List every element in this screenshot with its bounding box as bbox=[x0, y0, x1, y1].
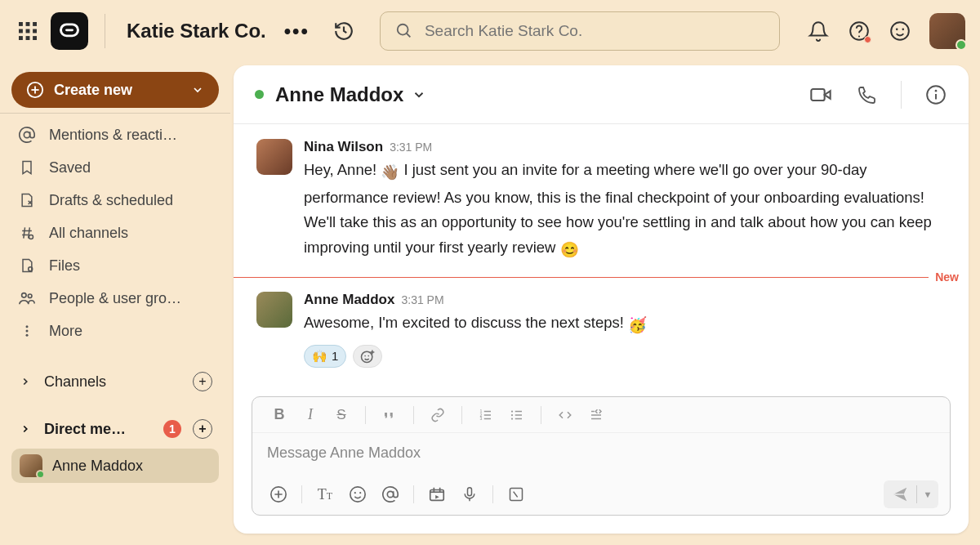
link-button[interactable] bbox=[424, 403, 452, 427]
codeblock-button[interactable] bbox=[582, 403, 610, 427]
divider bbox=[901, 81, 902, 109]
workspace-menu-icon[interactable]: ••• bbox=[284, 20, 310, 42]
dm-unread-badge: 1 bbox=[163, 420, 181, 438]
mention-button[interactable] bbox=[376, 480, 405, 508]
new-messages-divider: New bbox=[234, 270, 969, 284]
more-vertical-icon bbox=[18, 322, 36, 340]
video-clip-button[interactable] bbox=[422, 480, 452, 508]
search-bar[interactable] bbox=[380, 11, 780, 51]
svg-rect-70 bbox=[468, 488, 472, 496]
svg-rect-65 bbox=[430, 490, 444, 501]
info-button[interactable] bbox=[924, 83, 947, 106]
message: Anne Maddox 3:31 PM Awesome, I'm excited… bbox=[234, 288, 969, 374]
divider bbox=[0, 113, 230, 114]
message-avatar[interactable] bbox=[256, 139, 292, 175]
video-call-button[interactable] bbox=[809, 83, 832, 106]
message: Nina Wilson 3:31 PM Hey, Anne! 👋🏽 I just… bbox=[234, 136, 969, 269]
message-avatar[interactable] bbox=[256, 292, 292, 328]
sidebar-item-mentions[interactable]: Mentions & reacti… bbox=[11, 118, 219, 151]
help-icon[interactable] bbox=[848, 20, 871, 42]
sidebar-item-people[interactable]: People & user gro… bbox=[11, 282, 219, 315]
svg-point-64 bbox=[387, 491, 393, 497]
sidebar-label: Saved bbox=[49, 159, 91, 176]
add-channel-button[interactable]: + bbox=[193, 372, 212, 391]
plus-circle-icon bbox=[26, 81, 44, 99]
svg-point-37 bbox=[935, 89, 938, 92]
sidebar-item-more[interactable]: More bbox=[11, 315, 219, 347]
search-input[interactable] bbox=[425, 22, 764, 40]
message-author[interactable]: Anne Maddox bbox=[304, 292, 394, 308]
bookmark-icon bbox=[18, 159, 36, 176]
dm-item-anne-maddox[interactable]: Anne Maddox bbox=[11, 449, 219, 483]
sidebar-item-drafts[interactable]: Drafts & scheduled bbox=[11, 184, 219, 217]
code-button[interactable] bbox=[551, 403, 579, 427]
sidebar-item-channels[interactable]: All channels bbox=[11, 217, 219, 249]
divider bbox=[541, 406, 541, 424]
svg-rect-33 bbox=[811, 89, 824, 101]
dms-section-header[interactable]: Direct me… 1 + bbox=[11, 413, 219, 445]
sidebar-item-saved[interactable]: Saved bbox=[11, 151, 219, 184]
new-label: New bbox=[929, 270, 969, 284]
send-button[interactable] bbox=[884, 480, 916, 508]
reaction-chip[interactable]: 🙌 1 bbox=[304, 345, 346, 368]
apps-grid-icon[interactable] bbox=[15, 18, 41, 44]
sidebar-label: Drafts & scheduled bbox=[49, 192, 173, 209]
audio-clip-button[interactable] bbox=[455, 480, 484, 508]
quote-button[interactable] bbox=[376, 403, 403, 427]
chevron-down-icon[interactable] bbox=[412, 87, 426, 102]
ordered-list-button[interactable]: 123 bbox=[472, 403, 500, 427]
workspace-name[interactable]: Katie Stark Co. bbox=[127, 20, 266, 42]
svg-point-29 bbox=[28, 294, 32, 298]
svg-point-61 bbox=[350, 487, 365, 502]
svg-marker-34 bbox=[825, 91, 831, 98]
add-reaction-button[interactable] bbox=[353, 345, 382, 368]
svg-point-17 bbox=[902, 29, 904, 31]
svg-point-14 bbox=[858, 35, 860, 37]
send-options-button[interactable]: ▼ bbox=[917, 480, 938, 508]
create-new-button[interactable]: Create new bbox=[11, 72, 219, 108]
strike-button[interactable]: S bbox=[327, 403, 355, 427]
workspace-logo[interactable] bbox=[51, 12, 88, 50]
add-dm-button[interactable]: + bbox=[193, 419, 212, 439]
history-icon[interactable] bbox=[332, 20, 355, 42]
svg-rect-5 bbox=[33, 29, 37, 34]
sidebar-item-files[interactable]: Files bbox=[11, 249, 219, 282]
sidebar-label: Mentions & reacti… bbox=[49, 127, 177, 144]
audio-call-button[interactable] bbox=[855, 83, 878, 106]
channels-section-header[interactable]: Channels + bbox=[11, 365, 219, 398]
svg-line-24 bbox=[24, 227, 25, 238]
svg-point-21 bbox=[24, 132, 29, 137]
svg-marker-69 bbox=[435, 495, 439, 499]
svg-point-26 bbox=[29, 235, 33, 239]
svg-rect-2 bbox=[33, 22, 37, 26]
sidebar-label: People & user gro… bbox=[49, 290, 181, 307]
shortcuts-button[interactable] bbox=[501, 480, 531, 508]
svg-point-16 bbox=[896, 29, 898, 31]
party-emoji: 🥳 bbox=[628, 313, 647, 338]
channels-label: Channels bbox=[44, 373, 181, 391]
conversation-title[interactable]: Anne Maddox bbox=[275, 83, 403, 106]
chevron-down-icon bbox=[191, 83, 204, 96]
italic-button[interactable]: I bbox=[296, 403, 324, 427]
attach-button[interactable] bbox=[264, 480, 293, 508]
divider bbox=[301, 485, 302, 503]
sidebar-label: More bbox=[49, 323, 82, 340]
svg-text:3: 3 bbox=[480, 416, 483, 421]
svg-point-62 bbox=[354, 492, 356, 494]
divider bbox=[365, 406, 366, 424]
notifications-icon[interactable] bbox=[807, 20, 830, 42]
text-format-button[interactable]: TT bbox=[310, 480, 340, 508]
divider bbox=[413, 485, 414, 503]
emoji-button[interactable] bbox=[343, 480, 372, 508]
wave-emoji: 👋🏽 bbox=[381, 160, 399, 185]
user-avatar[interactable] bbox=[929, 13, 965, 49]
message-author[interactable]: Nina Wilson bbox=[304, 139, 383, 155]
compose-input[interactable]: Message Anne Maddox bbox=[252, 433, 950, 474]
emoji-status-icon[interactable] bbox=[889, 20, 911, 42]
search-icon bbox=[395, 22, 413, 40]
bold-button[interactable]: B bbox=[265, 403, 293, 427]
dm-name: Anne Maddox bbox=[52, 458, 143, 475]
at-icon bbox=[18, 126, 36, 144]
bullet-list-button[interactable] bbox=[503, 403, 531, 427]
svg-point-32 bbox=[26, 334, 29, 337]
